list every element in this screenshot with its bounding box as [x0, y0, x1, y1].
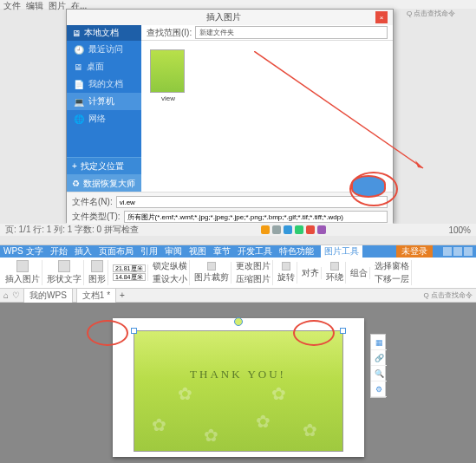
sidebar-item-desktop[interactable]: 🖥桌面: [67, 58, 141, 75]
width-input[interactable]: [113, 273, 146, 281]
ribbon-tabs: WPS 文字 开始 插入 页面布局 引用 审阅 视图 章节 开发工具 特色功能 …: [0, 245, 476, 258]
path-label: 查找范围(I):: [147, 27, 192, 39]
insert-pic-icon[interactable]: [16, 260, 29, 272]
zoom-level[interactable]: 100%: [448, 225, 471, 235]
thumbnail-image: [150, 49, 185, 93]
document-canvas: THANK YOU! ▦ 🔗 🔍 ⚙: [0, 303, 476, 463]
height-input[interactable]: [113, 264, 146, 272]
status-left: 页: 1/1 行: 1 列: 1 字数: 0 拼写检查: [5, 224, 139, 236]
open-button[interactable]: [351, 175, 386, 198]
tab-reference[interactable]: 引用: [140, 245, 158, 258]
align[interactable]: 对齐: [302, 267, 319, 279]
close-icon[interactable]: ×: [375, 11, 388, 23]
compress-pic[interactable]: 压缩图片: [236, 273, 271, 285]
document-page: THANK YOU!: [113, 318, 364, 457]
flower-icon: [256, 411, 275, 430]
flower-icon: [271, 383, 290, 402]
search-hint[interactable]: Q 点击查找命令: [407, 9, 476, 17]
home-icon[interactable]: ⌂: [3, 290, 9, 300]
file-browser: 查找范围(I): 新建文件夹 view: [141, 25, 393, 192]
dialog-sidebar: 🖥 本地文档 🕘最近访问 🖥桌面 📄我的文档 💻计算机 🌐网络 +找定义位置 ♻…: [67, 25, 141, 192]
tray-icon[interactable]: [317, 225, 326, 234]
flower-icon: [303, 420, 322, 439]
login-button[interactable]: 未登录: [396, 245, 433, 258]
file-thumbnail[interactable]: view: [150, 49, 186, 102]
inserted-picture[interactable]: THANK YOU!: [134, 330, 343, 452]
zoom-icon[interactable]: 🔍: [371, 366, 387, 381]
reset-size[interactable]: 重设大小: [153, 273, 187, 285]
resize-handle[interactable]: [131, 328, 137, 334]
maximize-icon[interactable]: [453, 247, 462, 256]
insert-picture-dialog: 插入图片 × 🖥 本地文档 🕘最近访问 🖥桌面 📄我的文档 💻计算机 🌐网络 +…: [66, 9, 394, 223]
docs-icon: 📄: [74, 80, 84, 89]
change-pic[interactable]: 更改图片: [236, 260, 271, 272]
filetype-label: 文件类型(T):: [72, 211, 121, 223]
svg-marker-1: [415, 160, 423, 168]
tab-review[interactable]: 审阅: [165, 245, 182, 258]
rotate-icon[interactable]: [282, 262, 290, 271]
history-icon: 🕘: [74, 45, 84, 55]
settings-icon[interactable]: ⚙: [371, 381, 387, 397]
link-icon[interactable]: 🔗: [371, 350, 387, 366]
flower-icon: [152, 414, 171, 434]
computer-icon: 💻: [74, 97, 84, 107]
favorite-icon[interactable]: ♡: [12, 290, 20, 300]
app-title: WPS 文字: [3, 245, 43, 258]
tab-layout[interactable]: 页面布局: [99, 245, 134, 258]
tray-icon[interactable]: [295, 225, 303, 234]
tray-icon[interactable]: [272, 225, 281, 234]
combine[interactable]: 组合: [350, 267, 368, 279]
my-wps-tab[interactable]: 我的WPS: [23, 288, 73, 303]
send-back[interactable]: 下移一层: [375, 273, 409, 285]
menu-item[interactable]: 图片: [49, 0, 66, 9]
tab-special[interactable]: 特色功能: [279, 245, 314, 258]
minimize-icon[interactable]: [443, 247, 452, 256]
close-icon[interactable]: [464, 247, 473, 256]
document-tabs: ⌂ ♡ 我的WPS 文档1 * + Q 点击查找命令: [0, 289, 476, 303]
recycle-icon: ♻: [72, 179, 80, 188]
crop-icon[interactable]: [207, 262, 216, 271]
sidebar-item-recent[interactable]: 🕘最近访问: [67, 41, 141, 58]
flower-icon: [178, 383, 197, 402]
tab-section[interactable]: 章节: [213, 245, 231, 258]
menu-item[interactable]: 编辑: [26, 0, 43, 9]
tray-icon[interactable]: [306, 225, 315, 234]
sidebar-item-computer[interactable]: 💻计算机: [67, 93, 141, 110]
tray-icon[interactable]: [261, 225, 270, 234]
layout-icon[interactable]: ▦: [371, 335, 387, 350]
sidebar-item-network[interactable]: 🌐网络: [67, 110, 141, 127]
filename-input[interactable]: [116, 196, 388, 208]
status-icons: [261, 225, 326, 234]
network-icon: 🌐: [74, 114, 84, 124]
tab-view[interactable]: 视图: [189, 245, 206, 258]
sidebar-recovery-button[interactable]: ♻数据恢复大师: [67, 174, 141, 192]
filetype-dropdown[interactable]: [124, 211, 388, 223]
wrap-icon[interactable]: [330, 262, 339, 271]
menu-item[interactable]: 文件: [3, 0, 21, 9]
tab-dev[interactable]: 开发工具: [238, 245, 272, 258]
side-toolbar: ▦ 🔗 🔍 ⚙: [370, 334, 386, 398]
shape-text-icon[interactable]: [58, 260, 70, 272]
lock-ratio[interactable]: 锁定纵横: [153, 260, 187, 272]
shape-icon[interactable]: [91, 260, 103, 272]
dialog-titlebar: 插入图片 ×: [67, 10, 393, 25]
tab-insert[interactable]: 插入: [75, 245, 92, 258]
plus-icon: +: [72, 161, 77, 171]
document-tab[interactable]: 文档1 *: [76, 288, 116, 303]
menu-item[interactable]: 在...: [71, 0, 87, 9]
select-pane[interactable]: 选择窗格: [375, 260, 409, 272]
dialog-title: 插入图片: [72, 11, 375, 23]
tab-home[interactable]: 开始: [50, 245, 68, 258]
resize-handle[interactable]: [340, 328, 346, 334]
path-dropdown[interactable]: 新建文件夹: [195, 26, 388, 39]
tray-icon[interactable]: [284, 225, 292, 234]
search-hint[interactable]: Q 点击查找命令: [424, 290, 473, 300]
sidebar-header: 🖥 本地文档: [67, 25, 141, 41]
sidebar-item-docs[interactable]: 📄我的文档: [67, 75, 141, 93]
tab-picture-tools[interactable]: 图片工具: [321, 245, 362, 258]
add-tab-icon[interactable]: +: [120, 290, 125, 300]
top-menu: 文件 编辑 图片 在...: [0, 0, 476, 9]
rotate-handle[interactable]: [234, 317, 243, 326]
picture-text: THANK YOU!: [190, 368, 286, 381]
sidebar-custom-location-button[interactable]: +找定义位置: [67, 157, 141, 174]
